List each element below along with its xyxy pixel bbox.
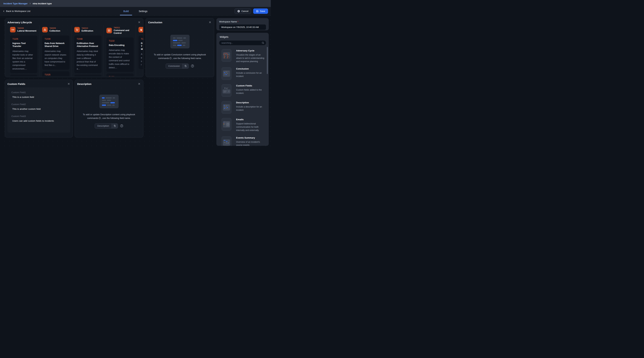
technique-card[interactable]: T1105 Ingress Tool Transfer Adversaries … [10,35,37,73]
custom-field-value: Users can add custom fields to incidents [12,120,66,122]
widget-item-conclusion[interactable]: Conclusion Include a conclusion for an i… [222,67,265,80]
flame-icon [138,27,143,32]
widget-name: Conclusion [236,67,265,70]
server-stack-icon [106,28,112,33]
close-icon[interactable] [138,83,140,85]
custom-field-row: Custom Field2 This is another custom fie… [12,103,66,110]
tab-settings[interactable]: Settings [138,7,148,15]
technique-id: T1 [141,38,143,40]
panel-title: Custom Fields [8,82,25,85]
widgets-card: Widgets ATT&CK Adversary Cycle Visualize… [216,33,269,146]
technique-description: Adversaries may search network shares on… [44,49,67,67]
tactic-column: T1 DTM Aesr [136,25,143,76]
back-to-workspace-list-link[interactable]: Back to Workspace List [3,10,30,12]
widget-thumbnail [222,118,232,131]
technique-list: T1048 Exfiltration Over Alternative Prot… [74,35,102,76]
tactic-column: TA0008 Lateral Movement T1105 Ingress To… [8,25,40,76]
custom-fields-panel: Custom Fields Custom Field1 This is a cu… [5,80,73,137]
close-icon[interactable] [209,21,211,23]
technique-card[interactable]: T1025 Data from Removable Media [42,71,70,76]
technique-id: T1048 [77,38,99,40]
workspace-canvas: Adversary Lifecycle TA0008 Lateral Movem… [0,15,271,151]
widget-item-emails[interactable]: Emails Support bidirectional communicati… [222,118,265,132]
cancel-button[interactable]: Cancel [234,8,251,14]
technique-id: T1025 [44,73,67,76]
tactic-name: Lateral Movement [17,29,36,32]
widget-name: Emails [236,118,265,121]
tab-bar: Build Settings [122,7,148,15]
technique-card[interactable]: T1021 Remote Services Adversaries may us… [10,75,37,76]
technique-card[interactable]: T1030 Data Transfer Size Limits [74,75,102,76]
widget-item-description[interactable]: Description Include a description for an… [222,101,265,114]
widget-description: Support bidirectional communication for … [236,122,265,132]
widget-item-events-summary[interactable]: Events Summary Overview of an incident's… [222,136,265,146]
chevron-left-icon [3,10,5,12]
workspace-name-input[interactable] [219,24,266,30]
close-icon[interactable] [68,83,70,85]
panel-title: Conclusion [148,21,162,24]
technique-description: Adversaries may encode data to make the … [109,48,131,69]
widget-thumbnail [222,67,232,80]
widget-item-custom-fields[interactable]: BIU”T Custom Fields Custom fields added … [222,84,265,97]
widget-search-input[interactable] [219,40,266,45]
custom-field-label: Custom Field1 [12,91,66,94]
technique-title: Data Encoding [109,44,131,46]
toolbar: Back to Workspace List Build Settings Ca… [0,7,271,15]
scrollbar-thumb[interactable] [267,47,268,74]
field-name-chip: Conclusion [166,63,189,69]
search-icon [262,41,264,44]
widget-description: Include a conclusion for an incident [236,71,265,78]
conclusion-panel: Conclusion To add or update Conclusion c… [146,18,214,77]
info-icon[interactable] [98,117,101,119]
content-placeholder-graphic [100,95,118,108]
custom-field-label: Custom Field2 [12,103,66,106]
breadcrumb-current: nina incident type [33,2,52,5]
copy-icon[interactable] [182,64,188,68]
widget-name: Adversary Cycle [236,49,265,52]
field-name-chip: Description [95,123,118,128]
technique-list: T1039 Data from Network Shared Drive Adv… [42,35,70,76]
save-button[interactable]: Save [253,8,268,14]
technique-card[interactable]: T1 DTM Aesr [138,35,143,69]
widget-thumbnail [222,101,232,114]
tab-build[interactable]: Build [122,7,129,15]
playbook-hint-text: To add or update Conclusion content usin… [150,53,210,60]
tactic-id: TA0009 [50,27,60,29]
technique-title: Exfiltration Over Alternative Protocol [77,42,99,48]
technique-description: Aesr [141,52,143,66]
widget-description: Overview of an incident's source events [236,140,265,146]
breadcrumb: Incident Type Manager nina incident type [0,0,271,7]
tactic-columns: TA0008 Lateral Movement T1105 Ingress To… [5,25,143,76]
technique-card[interactable]: T1048 Exfiltration Over Alternative Prot… [74,35,102,73]
widget-name: Description [236,101,265,104]
arrows-horizontal-icon [10,27,16,32]
copy-icon[interactable] [112,123,118,128]
circle-x-icon [237,10,240,12]
widget-description: Visualize the stages of an attack to aid… [236,53,265,63]
field-name-value: Description [95,123,112,128]
tactic-id: TA0010 [82,27,93,29]
widget-name: Events Summary [236,136,265,139]
technique-description: Adversaries may transfer tools or other … [12,49,35,70]
help-icon[interactable] [120,124,123,127]
breadcrumb-root-link[interactable]: Incident Type Manager [4,2,28,5]
tactic-column: TA0011 Command and Control T1132 Data En… [104,25,136,76]
technique-card[interactable]: T1039 Data from Network Shared Drive Adv… [42,35,70,70]
custom-field-row: Custom Field3 Users can add custom field… [12,115,66,122]
panel-title: Description [77,82,92,85]
technique-card[interactable]: T1132 Data Encoding Adversaries may enco… [106,37,134,72]
widget-item-adversary-cycle[interactable]: ATT&CK Adversary Cycle Visualize the sta… [222,49,265,63]
field-name-value: Conclusion [166,64,182,68]
collection-shapes-icon [42,27,48,32]
widget-thumbnail: ATT&CK [222,49,232,62]
widget-description: Include a description for an incident [236,105,265,112]
technique-card[interactable]: T1071 Application Layer Protocol [106,73,134,76]
help-icon[interactable] [191,64,194,68]
content-placeholder-graphic [170,35,190,48]
workspace-name-label: Workspace Name* [219,20,266,23]
widget-list: ATT&CK Adversary Cycle Visualize the sta… [216,49,269,146]
tactic-name: Command and Control [114,29,134,35]
close-icon[interactable] [138,21,140,23]
custom-field-label: Custom Field3 [12,115,66,117]
info-icon[interactable] [170,57,172,59]
